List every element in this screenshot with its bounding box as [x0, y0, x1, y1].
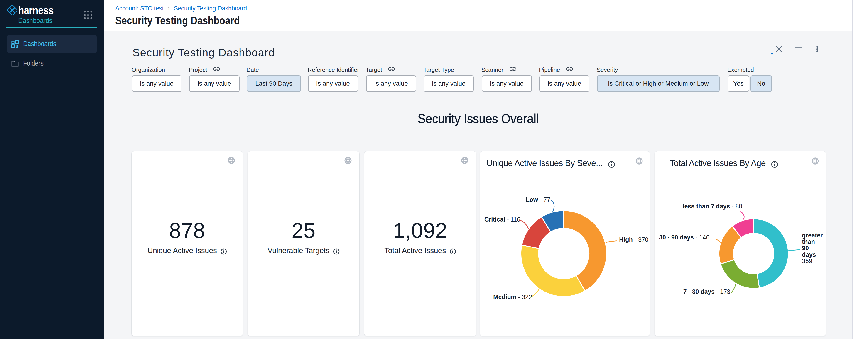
svg-text:than: than: [802, 238, 815, 245]
svg-text:30 - 90 days - 146: 30 - 90 days - 146: [659, 234, 709, 241]
svg-text:90: 90: [802, 245, 809, 252]
svg-text:High - 370: High - 370: [619, 236, 648, 243]
svg-text:Medium - 322: Medium - 322: [493, 293, 532, 300]
svg-text:359: 359: [802, 258, 812, 264]
svg-text:Low - 77: Low - 77: [526, 196, 550, 203]
svg-text:greater: greater: [802, 232, 823, 239]
svg-text:Critical - 116: Critical - 116: [484, 216, 521, 223]
svg-text:7 - 30 days - 173: 7 - 30 days - 173: [683, 288, 730, 295]
svg-text:less than 7 days - 80: less than 7 days - 80: [683, 203, 742, 210]
svg-text:days -: days -: [802, 251, 820, 258]
